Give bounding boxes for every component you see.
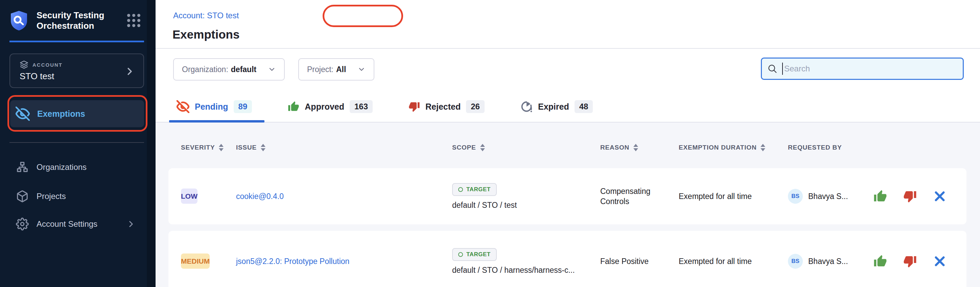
approve-button[interactable] xyxy=(873,254,887,268)
sort-icon xyxy=(633,144,638,151)
organization-filter-label: Organization: xyxy=(182,65,228,74)
sidebar-accent-divider xyxy=(10,41,144,42)
cancel-request-button[interactable] xyxy=(933,189,947,203)
sidebar-edge xyxy=(147,0,156,287)
tab-pending[interactable]: Pending 89 xyxy=(177,100,252,113)
sto-shield-logo-icon xyxy=(10,11,28,31)
tab-expired[interactable]: Expired 48 xyxy=(520,100,593,113)
chevron-down-icon xyxy=(268,65,276,73)
sort-icon xyxy=(261,144,266,151)
tab-count-badge: 163 xyxy=(350,100,373,113)
exemption-duration: Exempted for all time xyxy=(679,191,788,201)
sort-icon xyxy=(480,144,485,151)
reason: False Positive xyxy=(600,256,679,266)
column-header-reason[interactable]: REASON xyxy=(600,144,679,151)
chevron-down-icon xyxy=(358,65,366,73)
reason: Compensating Controls xyxy=(600,186,679,206)
table-row[interactable]: MEDIUM json5@2.2.0: Prototype Pollution … xyxy=(169,231,966,287)
cancel-request-button[interactable] xyxy=(933,254,947,268)
projects-cube-icon xyxy=(16,190,29,203)
sidebar-item-label: Projects xyxy=(37,191,66,201)
tab-rejected[interactable]: Rejected 26 xyxy=(409,100,485,113)
sidebar-item-organizations[interactable]: Organizations xyxy=(10,156,144,178)
requested-by-name: Bhavya S... xyxy=(808,192,848,201)
layers-icon xyxy=(20,60,29,69)
column-header-severity[interactable]: SEVERITY xyxy=(181,144,236,151)
tab-label: Pending xyxy=(195,102,228,112)
column-header-exemption-duration[interactable]: EXEMPTION DURATION xyxy=(679,144,788,151)
approve-button[interactable] xyxy=(873,189,887,203)
thumbs-up-icon xyxy=(288,101,299,112)
search-box[interactable] xyxy=(761,57,964,80)
tab-label: Approved xyxy=(305,102,344,112)
sidebar-item-label: Exemptions xyxy=(37,109,85,119)
requested-by-name: Bhavya S... xyxy=(808,257,848,266)
scope-path: default / STO / test xyxy=(452,201,517,210)
sidebar: Security Testing Orchestration ACCOUNT S… xyxy=(0,0,156,287)
thumbs-up-icon xyxy=(873,190,887,203)
thumbs-down-icon xyxy=(903,190,917,203)
thumbs-up-icon xyxy=(873,255,887,268)
table-row[interactable]: LOW cookie@0.4.0 TARGET default / STO / … xyxy=(169,168,966,225)
timer-expired-icon xyxy=(520,100,533,113)
sort-icon xyxy=(219,144,224,151)
sort-icon xyxy=(760,144,765,151)
eye-off-icon xyxy=(16,107,30,121)
thumbs-down-icon xyxy=(903,255,917,268)
breadcrumb[interactable]: Account: STO test xyxy=(173,11,239,20)
project-filter-dropdown[interactable]: Project: All xyxy=(298,58,374,81)
sidebar-item-projects[interactable]: Projects xyxy=(10,185,144,207)
page-title: Exemptions xyxy=(172,28,239,41)
search-input[interactable] xyxy=(784,64,947,73)
severity-badge: MEDIUM xyxy=(181,254,210,269)
chevron-right-icon xyxy=(126,220,135,228)
sidebar-divider xyxy=(10,142,144,143)
reject-button[interactable] xyxy=(903,254,917,268)
close-icon xyxy=(934,255,945,267)
tab-count-badge: 48 xyxy=(574,100,593,113)
avatar: BS xyxy=(788,254,803,269)
avatar: BS xyxy=(788,189,803,204)
header-divider xyxy=(156,48,980,49)
scope-type-badge: TARGET xyxy=(452,248,497,261)
column-header-requested-by: REQUESTED BY xyxy=(788,144,873,151)
sidebar-item-label: Account Settings xyxy=(37,219,97,229)
close-icon xyxy=(934,191,945,202)
tab-count-badge: 26 xyxy=(466,100,485,113)
exemption-duration: Exempted for all time xyxy=(679,256,788,266)
organizations-hierarchy-icon xyxy=(16,161,29,174)
severity-badge: LOW xyxy=(181,188,197,204)
tab-label: Rejected xyxy=(425,102,461,112)
target-icon xyxy=(458,187,463,192)
organization-filter-dropdown[interactable]: Organization: default xyxy=(173,58,285,81)
text-caret xyxy=(782,62,783,75)
tab-label: Expired xyxy=(538,102,569,112)
chevron-right-icon xyxy=(124,66,135,77)
sidebar-header: Security Testing Orchestration xyxy=(10,10,145,31)
column-header-scope[interactable]: SCOPE xyxy=(452,144,600,151)
tab-count-badge: 89 xyxy=(234,100,252,113)
thumbs-down-icon xyxy=(409,101,420,112)
active-tab-underline xyxy=(169,120,264,123)
table-header-row: SEVERITY ISSUE SCOPE REASON EXEMPTION DU… xyxy=(169,144,966,151)
sidebar-item-account-settings[interactable]: Account Settings xyxy=(10,213,144,235)
scope-path: default / STO / harness/harness-c... xyxy=(452,266,575,275)
issue-link[interactable]: json5@2.2.0: Prototype Pollution xyxy=(236,257,349,266)
app-title: Security Testing Orchestration xyxy=(37,10,121,31)
sidebar-item-label: Organizations xyxy=(37,163,87,172)
project-filter-label: Project: xyxy=(307,65,333,74)
main-content: Account: STO test Exemptions Organizatio… xyxy=(156,0,980,287)
tab-approved[interactable]: Approved 163 xyxy=(288,100,373,113)
module-grid-icon[interactable] xyxy=(127,14,141,27)
column-header-issue[interactable]: ISSUE xyxy=(236,144,452,151)
reject-button[interactable] xyxy=(903,189,917,203)
gear-icon xyxy=(16,218,29,231)
tab-bar: Pending 89 Approved 163 Rejected 26 Expi… xyxy=(177,100,593,113)
issue-link[interactable]: cookie@0.4.0 xyxy=(236,192,284,201)
target-icon xyxy=(458,252,463,257)
search-icon xyxy=(767,64,778,74)
account-label: ACCOUNT xyxy=(32,62,62,68)
eye-off-icon xyxy=(177,100,189,113)
sidebar-item-exemptions[interactable]: Exemptions xyxy=(10,100,144,127)
account-scope-card[interactable]: ACCOUNT STO test xyxy=(10,53,144,88)
